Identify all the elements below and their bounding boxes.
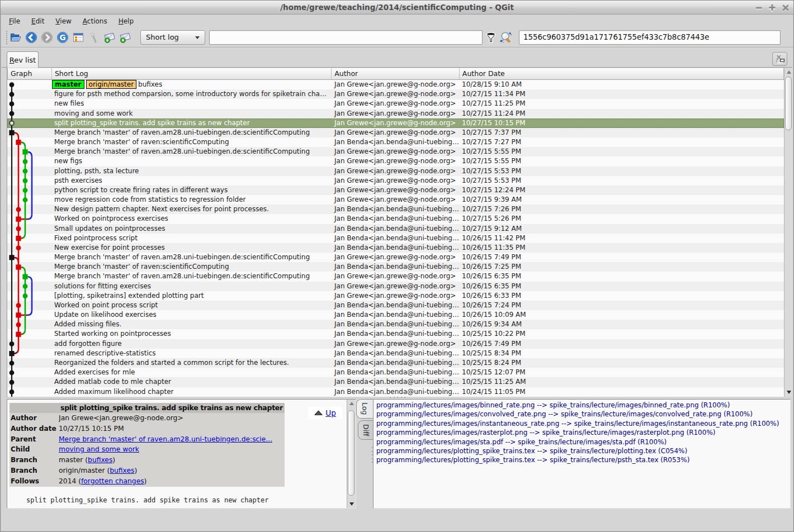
vertical-splitter-handle[interactable] <box>372 447 373 463</box>
minimize-button[interactable] <box>754 3 763 13</box>
commit-row[interactable]: Worked on point process scriptJan Benda<… <box>7 301 784 310</box>
back-button[interactable] <box>23 30 39 45</box>
details-scrollbar[interactable] <box>347 400 356 508</box>
commit-row[interactable]: python script to create firing rates in … <box>7 186 784 195</box>
maximize-button[interactable] <box>767 3 777 13</box>
commit-row[interactable]: plotting, psth, sta lectureJan Grewe<jan… <box>7 167 784 176</box>
commit-row[interactable]: solutions for fitting exercisesJan Grewe… <box>7 282 784 291</box>
scroll-down-arrow[interactable] <box>784 388 793 396</box>
commit-row[interactable]: new filesJan Grewe<jan.grewe@g-node.org>… <box>7 99 784 108</box>
commit-row[interactable]: figure for psth method comparsion, some … <box>7 89 784 99</box>
commit-author: Jan Benda<jan.benda@uni-tuebing… <box>332 387 460 397</box>
commit-row[interactable]: masterorigin/masterbufixesJan Grewe<jan.… <box>7 80 784 89</box>
commit-log-cell: move regression code from statistics to … <box>51 195 332 205</box>
column-header-author[interactable]: Author <box>332 68 460 79</box>
details-link[interactable]: bufixes <box>110 467 134 474</box>
commit-row[interactable]: psth exercisesJan Grewe<jan.grewe@g-node… <box>7 176 784 186</box>
close-tab-button[interactable] <box>772 52 787 66</box>
commit-row[interactable]: [plotting, spiketrains] extended plottin… <box>7 291 784 301</box>
commit-row[interactable]: Merge branch 'master' of raven:scientifi… <box>7 137 784 147</box>
graph-cell <box>7 224 51 234</box>
rev-list-scrollbar[interactable] <box>784 68 793 397</box>
horizontal-splitter-handle[interactable] <box>390 397 405 398</box>
details-scroll-down[interactable] <box>347 500 356 508</box>
commit-log-cell: Merge branch 'master' of raven.am28.uni-… <box>51 147 332 156</box>
details-link[interactable]: bufixes <box>88 456 112 464</box>
commit-row[interactable]: Added matlab code to mle chapterJan Bend… <box>7 377 784 387</box>
wand-button[interactable] <box>86 30 102 45</box>
tree-view-button[interactable] <box>70 30 86 45</box>
sha-input[interactable]: 1556c960375d91a171761755ef433c7b8c87443e <box>519 30 781 45</box>
commit-row[interactable]: Added missing files.Jan Benda<jan.benda@… <box>7 320 784 329</box>
commit-row[interactable]: Reorganized the folders and started a co… <box>7 358 784 368</box>
close-button[interactable] <box>781 3 790 13</box>
renamed-file-entry[interactable]: programming/lectures/plotting_spike_trai… <box>376 446 790 455</box>
commit-log-cell: split plotting_spike trains. add spike t… <box>51 118 332 128</box>
commit-row[interactable]: move regression code from statistics to … <box>7 195 784 205</box>
details-label: Child <box>10 444 59 455</box>
commit-row[interactable]: new figsJan Grewe<jan.grewe@g-node.org>1… <box>7 156 784 166</box>
column-header-graph[interactable]: Graph <box>8 68 52 79</box>
scroll-slider[interactable] <box>785 77 792 130</box>
tab-rev-list[interactable]: Rev list <box>7 51 39 68</box>
filter-tree-button[interactable] <box>484 30 498 45</box>
commit-row[interactable]: Added maximum likelihood chapterJan Bend… <box>7 387 784 397</box>
column-header-short-log[interactable]: Short Log <box>52 68 332 79</box>
details-link[interactable]: moving and some work <box>59 445 139 453</box>
commit-row[interactable]: Small updates on pointprocessesJan Benda… <box>7 224 784 234</box>
renamed-file-entry[interactable]: programming/lectures/images/instantaneou… <box>376 419 790 428</box>
details-link[interactable]: forgotten changes <box>81 477 144 485</box>
open-repository-button[interactable] <box>8 30 23 45</box>
commit-row[interactable]: renamed descriptive-statisticsJan Benda<… <box>7 349 784 358</box>
commit-row[interactable]: Update on likelihood exercisesJan Benda<… <box>7 310 784 320</box>
side-tab-log[interactable]: Log <box>356 399 373 419</box>
details-scroll-up[interactable] <box>347 400 356 407</box>
commit-row[interactable]: Merge branch 'master' of raven.am28.uni-… <box>7 128 784 137</box>
renamed-file-entry[interactable]: programming/lectures/images/binned_rate.… <box>376 401 790 410</box>
side-tab-diff[interactable]: Diff <box>358 420 373 440</box>
menu-edit[interactable]: Edit <box>26 16 50 26</box>
commit-row[interactable]: New design pattern chapter. Next exercis… <box>7 205 784 214</box>
view-mode-select[interactable]: Short log <box>140 30 205 45</box>
details-value: 10/27/15 10:15 PM <box>59 424 124 434</box>
details-scroll-slider[interactable] <box>348 410 355 496</box>
toolbar: G Short log 1556c960375d91a171761755ef43… <box>2 27 792 47</box>
renamed-file-entry[interactable]: programming/lectures/images/convolved_ra… <box>376 410 790 419</box>
scroll-up-arrow[interactable] <box>784 68 793 76</box>
column-header-author-date[interactable]: Author Date <box>460 68 784 79</box>
details-value: origin/master (bufixes) <box>59 466 137 476</box>
commit-row[interactable]: split plotting_spike trains. add spike t… <box>7 118 784 128</box>
titlebar[interactable]: /home/grewe/teaching/2014/scientificComp… <box>1 1 793 15</box>
commit-row[interactable]: moving and some workJan Grewe<jan.grewe@… <box>7 109 784 118</box>
commit-row[interactable]: Added exercises for mleJan Benda<jan.ben… <box>7 368 784 377</box>
commit-row[interactable]: New exercise for point processesJan Bend… <box>7 243 784 253</box>
commit-subject: Small updates on pointprocesses <box>54 225 166 232</box>
apply-patch-button[interactable] <box>117 30 133 45</box>
commit-row[interactable]: Merge branch 'master' of raven.am28.uni-… <box>7 147 784 156</box>
renamed-file-entry[interactable]: programming/lectures/images/sta.pdf --> … <box>376 438 790 446</box>
commit-row[interactable]: Started working on pointprocessesJan Ben… <box>7 329 784 339</box>
up-link[interactable]: Up <box>325 408 335 417</box>
home-button[interactable]: G <box>55 30 70 45</box>
renamed-file-entry[interactable]: programming/lectures/images/rasterplot.p… <box>376 428 790 437</box>
find-button[interactable] <box>498 30 513 45</box>
commit-row[interactable]: Merge branch 'master' of raven.am28.uni-… <box>7 272 784 281</box>
commit-row[interactable]: Worked on pointprocess exercisesJan Bend… <box>7 214 784 224</box>
commit-row[interactable]: Merge branch 'master' of raven.am28.uni-… <box>7 253 784 262</box>
commit-author: Jan Grewe<jan.grewe@g-node.org> <box>332 99 460 108</box>
graph-cell <box>7 137 51 147</box>
commit-row[interactable]: Fixed pointprocess scriptJan Benda<jan.b… <box>7 234 784 243</box>
commit-row[interactable]: Merge branch 'master' of raven:scientifi… <box>7 262 784 272</box>
menu-actions[interactable]: Actions <box>77 16 113 26</box>
menu-view[interactable]: View <box>50 16 77 26</box>
commit-row[interactable]: add forgotten figureJan Grewe<jan.grewe@… <box>7 339 784 349</box>
forward-button[interactable] <box>39 30 55 45</box>
renamed-file-entry[interactable]: programming/lectures/plotting_spike_trai… <box>376 455 790 464</box>
menu-help[interactable]: Help <box>113 16 139 26</box>
save-patch-button[interactable] <box>102 30 117 45</box>
details-link[interactable]: Merge branch 'master' of raven.am28.uni-… <box>59 435 272 443</box>
filter-input[interactable] <box>209 30 483 45</box>
commit-author: Jan Benda<jan.benda@uni-tuebing… <box>332 205 460 214</box>
commit-date: 10/26/15 7:24 PM <box>460 301 784 310</box>
menu-file[interactable]: File <box>3 16 26 26</box>
